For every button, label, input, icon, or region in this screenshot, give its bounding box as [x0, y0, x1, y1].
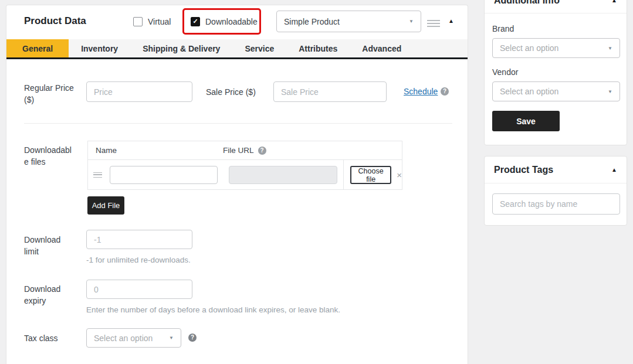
tax-class-select[interactable]: Select an option ▼ [86, 328, 181, 348]
tab-service[interactable]: Service [232, 39, 286, 57]
download-expiry-label: Download expiry [24, 284, 71, 307]
vendor-label: Vendor [492, 67, 619, 77]
virtual-label: Virtual [148, 17, 171, 26]
tab-shipping-delivery[interactable]: Shipping & Delivery [130, 39, 232, 57]
schedule-help-icon[interactable]: ? [441, 87, 449, 96]
collapse-panel-icon[interactable]: ▲ [611, 0, 617, 4]
download-limit-label: Download limit [24, 234, 71, 257]
tab-advanced[interactable]: Advanced [350, 39, 414, 57]
downloadable-files-label: Downloadable files [24, 145, 75, 168]
sale-price-label: Sale Price ($) [206, 87, 256, 98]
name-column-header: Name [88, 146, 223, 155]
product-type-select[interactable]: Simple Product ▼ [276, 11, 421, 32]
choose-file-button[interactable]: Choose file [350, 166, 391, 184]
file-url-input[interactable] [229, 166, 337, 184]
collapse-panel-icon[interactable]: ▲ [448, 18, 454, 24]
downloadable-highlight-box: ✓ Downloadable [182, 8, 261, 35]
product-data-tabs: General Inventory Shipping & Delivery Se… [6, 39, 468, 59]
file-url-column-header: File URL [223, 146, 254, 155]
add-file-button[interactable]: Add File [87, 196, 124, 215]
chevron-down-icon: ▼ [409, 19, 414, 24]
files-table-header: Name File URL ? [88, 141, 402, 160]
tags-search-input[interactable] [492, 193, 620, 215]
chevron-down-icon: ▼ [169, 335, 174, 341]
download-limit-input[interactable] [86, 230, 192, 249]
collapse-panel-icon[interactable]: ▲ [611, 166, 617, 173]
product-data-panel: Product Data Virtual ✓ Downloadable Simp… [6, 5, 468, 364]
tab-inventory[interactable]: Inventory [69, 39, 130, 57]
brand-label: Brand [492, 24, 619, 33]
drag-handle-icon[interactable] [427, 20, 440, 27]
file-name-input[interactable] [110, 166, 218, 184]
section-divider [24, 123, 452, 124]
file-row: Choose file × [88, 160, 402, 189]
brand-select[interactable]: Select an option ▼ [492, 38, 620, 58]
downloadable-label: Downloadable [205, 17, 258, 26]
downloadable-files-table: Name File URL ? Choose file × [87, 141, 402, 190]
panel-title: Product Data [24, 15, 86, 27]
virtual-checkbox[interactable] [133, 17, 143, 26]
product-tags-panel: Product Tags ▲ [484, 156, 627, 226]
download-limit-help: -1 for unlimited re-downloads. [86, 256, 191, 264]
tax-class-help-icon[interactable]: ? [188, 334, 197, 342]
additional-info-title: Additional Info [494, 0, 560, 6]
product-tags-title: Product Tags [494, 165, 553, 175]
vendor-select[interactable]: Select an option ▼ [492, 81, 620, 101]
schedule-link[interactable]: Schedule [404, 87, 438, 96]
download-expiry-help: Enter the number of days before a downlo… [86, 305, 340, 314]
product-type-value: Simple Product [284, 17, 340, 26]
file-url-help-icon[interactable]: ? [258, 147, 266, 155]
downloadable-checkbox[interactable]: ✓ [191, 17, 200, 26]
tax-class-value: Select an option [94, 334, 153, 343]
download-expiry-input[interactable] [86, 280, 192, 299]
regular-price-input[interactable] [86, 81, 192, 102]
regular-price-label: Regular Price ($) [24, 83, 82, 106]
vendor-value: Select an option [500, 87, 558, 96]
sale-price-input[interactable] [273, 81, 387, 102]
tab-general[interactable]: General [6, 39, 69, 57]
remove-file-icon[interactable]: × [397, 171, 402, 179]
chevron-down-icon: ▼ [608, 89, 612, 94]
virtual-checkbox-group[interactable]: Virtual [133, 17, 171, 26]
row-drag-handle-icon[interactable] [93, 172, 102, 178]
chevron-down-icon: ▼ [608, 46, 612, 51]
save-button[interactable]: Save [492, 111, 560, 131]
tab-attributes[interactable]: Attributes [286, 39, 350, 57]
brand-value: Select an option [500, 43, 558, 53]
additional-info-panel: Additional Info ▲ Brand Select an option… [484, 0, 627, 145]
tax-class-label: Tax class [24, 333, 58, 345]
